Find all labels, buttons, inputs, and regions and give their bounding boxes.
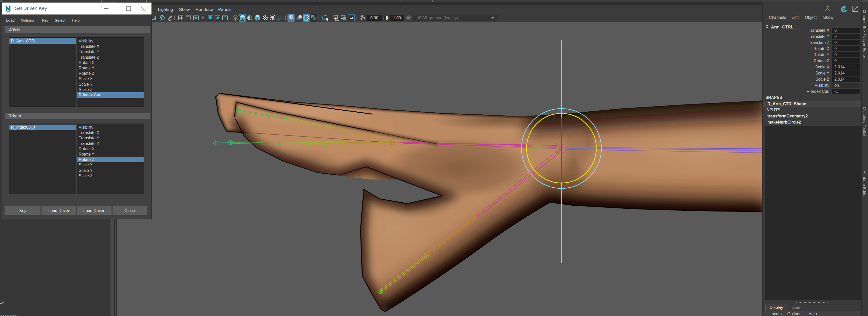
svg-text:OFF: OFF: [406, 17, 411, 19]
svg-text:sRGB gamma (legacy): sRGB gamma (legacy): [417, 16, 458, 20]
svg-text:1.00: 1.00: [393, 16, 401, 20]
svg-text:0.00: 0.00: [370, 16, 378, 20]
